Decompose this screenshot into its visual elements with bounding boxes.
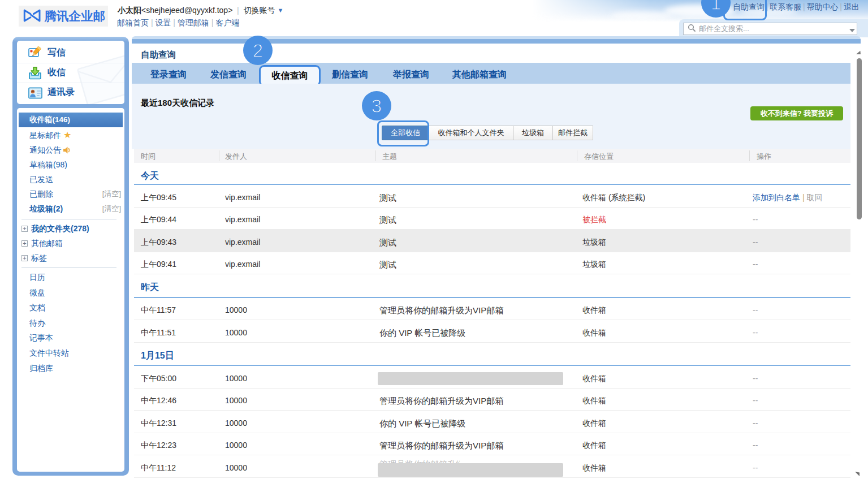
svg-text:腾讯企业邮: 腾讯企业邮 (44, 10, 106, 23)
